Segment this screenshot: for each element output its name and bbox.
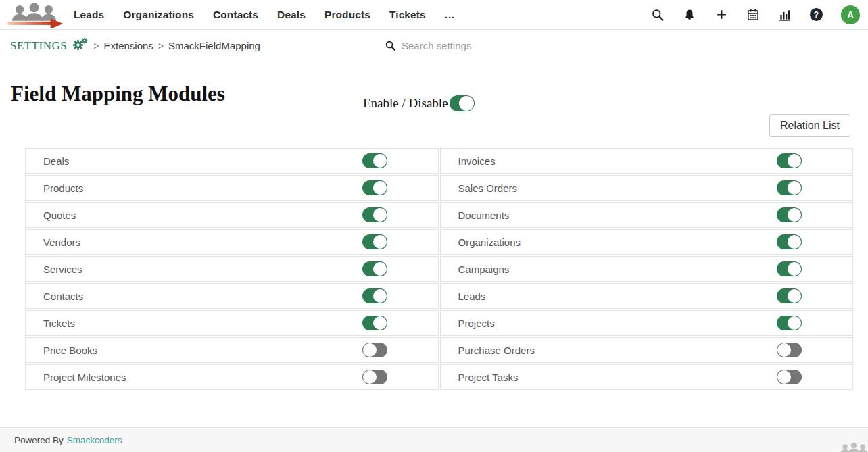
module-row: Tickets	[25, 310, 439, 336]
module-label: Project Tasks	[458, 372, 519, 383]
settings-search	[381, 34, 527, 57]
calendar-icon[interactable]	[746, 8, 760, 22]
toggle-knob	[373, 316, 387, 330]
module-toggle[interactable]	[777, 234, 802, 249]
module-row: Price Books	[25, 337, 439, 363]
module-label: Quotes	[43, 209, 76, 221]
help-icon[interactable]: ?	[810, 8, 823, 21]
nav-item-leads[interactable]: Leads	[74, 9, 104, 21]
breadcrumb-smackfieldmapping: SmackFieldMapping	[168, 40, 260, 51]
module-toggle[interactable]	[777, 261, 802, 276]
gears-icon	[72, 39, 89, 53]
module-row: Services	[25, 256, 439, 282]
quick-add-plus-icon[interactable]	[715, 8, 728, 22]
reports-chart-icon[interactable]	[778, 8, 792, 22]
enable-disable-group: Enable / Disable	[363, 95, 475, 111]
nav-item-contacts[interactable]: Contacts	[213, 9, 258, 21]
navbar-actions: ? A	[651, 5, 861, 24]
settings-home-link[interactable]: SETTINGS	[10, 39, 89, 53]
module-label: Tickets	[43, 318, 75, 329]
module-label: Sales Orders	[458, 182, 518, 194]
smackcoders-logo-icon	[835, 442, 868, 452]
module-label: Organizations	[458, 236, 521, 248]
nav-item-organizations[interactable]: Organizations	[123, 9, 194, 21]
settings-label: SETTINGS	[10, 39, 67, 53]
breadcrumb-extensions[interactable]: Extensions	[103, 40, 153, 51]
module-toggle[interactable]	[777, 343, 802, 357]
module-row: Organizations	[440, 229, 854, 255]
module-toggle[interactable]	[777, 370, 802, 384]
module-label: Projects	[458, 318, 495, 329]
module-toggle[interactable]	[777, 180, 802, 195]
smackcoders-link[interactable]: Smackcoders	[67, 435, 122, 445]
module-label: Leads	[458, 291, 486, 302]
module-toggle[interactable]	[777, 316, 802, 330]
module-row: Contacts	[25, 283, 439, 309]
enable-disable-toggle[interactable]	[450, 95, 475, 111]
module-row: Documents	[440, 202, 854, 228]
settings-breadcrumb-bar: SETTINGS	[0, 30, 868, 61]
module-label: Project Milestones	[43, 372, 126, 383]
nav-item-tickets[interactable]: Tickets	[389, 9, 426, 21]
module-label: Deals	[43, 155, 69, 167]
module-toggle[interactable]	[362, 234, 387, 249]
page-title: Field Mapping Modules	[11, 82, 225, 106]
module-toggle[interactable]	[362, 288, 387, 303]
module-label: Contacts	[43, 291, 83, 302]
module-row: Purchase Orders	[440, 337, 854, 363]
toggle-knob	[788, 316, 801, 330]
toggle-knob	[373, 262, 387, 276]
module-label: Vendors	[43, 236, 80, 248]
search-icon[interactable]	[651, 8, 665, 22]
module-label: Purchase Orders	[458, 345, 535, 356]
module-toggle[interactable]	[362, 316, 387, 330]
module-row: Project Tasks	[440, 364, 854, 390]
crm-logo-icon[interactable]	[3, 2, 66, 28]
top-navbar: Leads Organizations Contacts Deals Produ…	[0, 0, 868, 30]
breadcrumb-separator: >	[158, 41, 164, 51]
toggle-knob	[373, 154, 387, 168]
module-toggle[interactable]	[777, 153, 802, 168]
toggle-knob	[373, 208, 387, 222]
module-row: Leads	[440, 283, 854, 309]
search-settings-input[interactable]	[402, 40, 516, 51]
module-label: Price Books	[43, 345, 97, 356]
module-row: Invoices	[440, 148, 854, 174]
toggle-knob	[777, 370, 791, 384]
toggle-knob	[459, 96, 474, 111]
modules-column-right: Invoices Sales Orders Documents Organiza…	[440, 148, 854, 391]
toggle-knob	[788, 181, 801, 195]
module-row: Deals	[25, 148, 439, 174]
module-toggle[interactable]	[362, 261, 387, 276]
nav-item-deals[interactable]: Deals	[277, 9, 306, 21]
toggle-knob	[788, 208, 801, 222]
powered-by-text: Powered By	[14, 435, 64, 445]
toggle-knob	[373, 289, 387, 303]
toggle-knob	[363, 370, 377, 384]
module-toggle[interactable]	[362, 207, 387, 222]
relation-list-button[interactable]: Relation List	[769, 114, 850, 137]
module-toggle[interactable]	[362, 370, 387, 384]
search-icon	[385, 40, 396, 51]
module-toggle[interactable]	[362, 180, 387, 195]
module-row: Vendors	[25, 229, 439, 255]
module-toggle[interactable]	[777, 207, 802, 222]
notifications-bell-icon[interactable]	[683, 8, 696, 22]
module-toggle[interactable]	[362, 343, 387, 357]
module-label: Products	[43, 182, 83, 194]
modules-column-left: Deals Products Quotes Vendors Services C…	[25, 148, 439, 391]
toggle-knob	[788, 154, 801, 168]
module-toggle[interactable]	[777, 288, 802, 303]
main-menu: Leads Organizations Contacts Deals Produ…	[74, 9, 455, 21]
module-label: Documents	[458, 209, 510, 221]
module-row: Quotes	[25, 202, 439, 228]
nav-item-products[interactable]: Products	[324, 9, 370, 21]
module-label: Services	[43, 263, 82, 275]
breadcrumb-separator: >	[93, 41, 99, 51]
modules-grid: Deals Products Quotes Vendors Services C…	[25, 148, 853, 391]
more-menu-icon[interactable]: ...	[445, 9, 456, 20]
module-label: Invoices	[458, 155, 496, 167]
module-toggle[interactable]	[362, 153, 387, 168]
user-avatar[interactable]: A	[841, 5, 860, 24]
toggle-knob	[788, 235, 801, 249]
